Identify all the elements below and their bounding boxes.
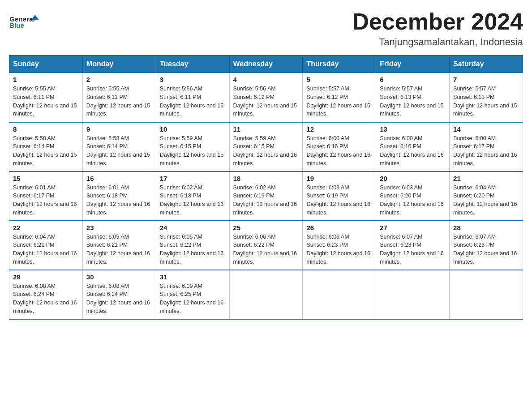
calendar-cell: 26 Sunrise: 6:06 AM Sunset: 6:23 PM Dayl… — [303, 221, 376, 270]
day-header-sunday: Sunday — [9, 56, 83, 73]
svg-text:Blue: Blue — [9, 21, 24, 29]
calendar-cell: 31 Sunrise: 6:09 AM Sunset: 6:25 PM Dayl… — [156, 270, 229, 319]
day-number: 18 — [233, 175, 299, 182]
calendar-cell: 2 Sunrise: 5:55 AM Sunset: 6:11 PM Dayli… — [82, 73, 156, 122]
calendar-cell: 30 Sunrise: 6:08 AM Sunset: 6:24 PM Dayl… — [82, 270, 156, 319]
calendar-cell: 21 Sunrise: 6:04 AM Sunset: 6:20 PM Dayl… — [450, 171, 523, 221]
calendar-cell: 6 Sunrise: 5:57 AM Sunset: 6:13 PM Dayli… — [376, 73, 450, 122]
calendar-cell — [229, 270, 303, 319]
day-info: Sunrise: 6:04 AM Sunset: 6:20 PM Dayligh… — [453, 184, 519, 217]
day-info: Sunrise: 5:56 AM Sunset: 6:11 PM Dayligh… — [160, 85, 226, 118]
week-row-1: 1 Sunrise: 5:55 AM Sunset: 6:11 PM Dayli… — [9, 73, 523, 122]
day-info: Sunrise: 6:08 AM Sunset: 6:24 PM Dayligh… — [13, 282, 79, 316]
day-info: Sunrise: 6:00 AM Sunset: 6:17 PM Dayligh… — [453, 134, 519, 168]
calendar-cell — [376, 270, 450, 319]
day-info: Sunrise: 5:57 AM Sunset: 6:13 PM Dayligh… — [380, 85, 446, 118]
calendar-cell: 27 Sunrise: 6:07 AM Sunset: 6:23 PM Dayl… — [376, 221, 450, 270]
day-info: Sunrise: 6:06 AM Sunset: 6:22 PM Dayligh… — [233, 233, 299, 266]
calendar-cell: 17 Sunrise: 6:02 AM Sunset: 6:18 PM Dayl… — [156, 171, 229, 221]
calendar-cell: 13 Sunrise: 6:00 AM Sunset: 6:16 PM Dayl… — [376, 122, 450, 171]
day-number: 17 — [160, 175, 226, 182]
calendar-cell: 15 Sunrise: 6:01 AM Sunset: 6:17 PM Dayl… — [9, 171, 83, 221]
day-info: Sunrise: 5:57 AM Sunset: 6:13 PM Dayligh… — [453, 85, 519, 118]
calendar-cell: 5 Sunrise: 5:57 AM Sunset: 6:12 PM Dayli… — [303, 73, 376, 122]
calendar-cell: 29 Sunrise: 6:08 AM Sunset: 6:24 PM Dayl… — [9, 270, 83, 319]
calendar-cell: 22 Sunrise: 6:04 AM Sunset: 6:21 PM Dayl… — [9, 221, 83, 270]
day-info: Sunrise: 5:58 AM Sunset: 6:14 PM Dayligh… — [13, 134, 79, 168]
day-number: 1 — [13, 76, 79, 83]
page-header: General Blue December 2024 Tanjungsamala… — [9, 9, 523, 48]
day-info: Sunrise: 5:55 AM Sunset: 6:11 PM Dayligh… — [13, 85, 79, 118]
title-area: December 2024 Tanjungsamalantakan, Indon… — [352, 9, 523, 48]
day-info: Sunrise: 6:03 AM Sunset: 6:20 PM Dayligh… — [380, 184, 446, 217]
calendar-cell: 10 Sunrise: 5:59 AM Sunset: 6:15 PM Dayl… — [156, 122, 229, 171]
day-header-wednesday: Wednesday — [229, 56, 303, 73]
day-info: Sunrise: 6:05 AM Sunset: 6:22 PM Dayligh… — [160, 233, 226, 266]
calendar-cell: 8 Sunrise: 5:58 AM Sunset: 6:14 PM Dayli… — [9, 122, 83, 171]
day-number: 29 — [13, 273, 79, 281]
location-title: Tanjungsamalantakan, Indonesia — [352, 36, 523, 48]
day-info: Sunrise: 6:05 AM Sunset: 6:21 PM Dayligh… — [86, 233, 152, 266]
day-info: Sunrise: 5:56 AM Sunset: 6:12 PM Dayligh… — [233, 85, 299, 118]
day-number: 30 — [86, 273, 152, 281]
day-number: 2 — [86, 76, 152, 83]
day-number: 12 — [306, 125, 372, 133]
day-number: 24 — [160, 224, 226, 231]
day-number: 27 — [380, 224, 446, 231]
calendar-cell: 20 Sunrise: 6:03 AM Sunset: 6:20 PM Dayl… — [376, 171, 450, 221]
calendar-cell: 18 Sunrise: 6:02 AM Sunset: 6:19 PM Dayl… — [229, 171, 303, 221]
day-info: Sunrise: 6:01 AM Sunset: 6:18 PM Dayligh… — [86, 184, 152, 217]
day-header-monday: Monday — [82, 56, 156, 73]
week-row-3: 15 Sunrise: 6:01 AM Sunset: 6:17 PM Dayl… — [9, 171, 523, 221]
day-info: Sunrise: 6:07 AM Sunset: 6:23 PM Dayligh… — [453, 233, 519, 266]
day-info: Sunrise: 6:07 AM Sunset: 6:23 PM Dayligh… — [380, 233, 446, 266]
day-info: Sunrise: 6:01 AM Sunset: 6:17 PM Dayligh… — [13, 184, 79, 217]
day-info: Sunrise: 6:00 AM Sunset: 6:16 PM Dayligh… — [306, 134, 372, 168]
calendar-cell: 1 Sunrise: 5:55 AM Sunset: 6:11 PM Dayli… — [9, 73, 83, 122]
day-number: 5 — [306, 76, 372, 83]
calendar-cell: 28 Sunrise: 6:07 AM Sunset: 6:23 PM Dayl… — [450, 221, 523, 270]
calendar-cell: 24 Sunrise: 6:05 AM Sunset: 6:22 PM Dayl… — [156, 221, 229, 270]
day-info: Sunrise: 5:59 AM Sunset: 6:15 PM Dayligh… — [160, 134, 226, 168]
day-header-row: SundayMondayTuesdayWednesdayThursdayFrid… — [9, 56, 523, 73]
day-number: 15 — [13, 175, 79, 182]
day-number: 3 — [160, 76, 226, 83]
day-header-friday: Friday — [376, 56, 450, 73]
day-number: 8 — [13, 125, 79, 133]
day-info: Sunrise: 6:03 AM Sunset: 6:19 PM Dayligh… — [306, 184, 372, 217]
day-number: 25 — [233, 224, 299, 231]
day-info: Sunrise: 6:00 AM Sunset: 6:16 PM Dayligh… — [380, 134, 446, 168]
calendar-cell: 3 Sunrise: 5:56 AM Sunset: 6:11 PM Dayli… — [156, 73, 229, 122]
week-row-5: 29 Sunrise: 6:08 AM Sunset: 6:24 PM Dayl… — [9, 270, 523, 319]
day-header-tuesday: Tuesday — [156, 56, 229, 73]
day-number: 10 — [160, 125, 226, 133]
day-number: 26 — [306, 224, 372, 231]
day-number: 16 — [86, 175, 152, 182]
day-number: 28 — [453, 224, 519, 231]
day-number: 9 — [86, 125, 152, 133]
day-number: 4 — [233, 76, 299, 83]
day-info: Sunrise: 5:58 AM Sunset: 6:14 PM Dayligh… — [86, 134, 152, 168]
month-title: December 2024 — [352, 9, 523, 34]
calendar-cell — [450, 270, 523, 319]
day-number: 7 — [453, 76, 519, 83]
day-info: Sunrise: 6:02 AM Sunset: 6:18 PM Dayligh… — [160, 184, 226, 217]
day-info: Sunrise: 6:09 AM Sunset: 6:25 PM Dayligh… — [160, 282, 226, 316]
day-number: 19 — [306, 175, 372, 182]
day-number: 22 — [13, 224, 79, 231]
week-row-4: 22 Sunrise: 6:04 AM Sunset: 6:21 PM Dayl… — [9, 221, 523, 270]
week-row-2: 8 Sunrise: 5:58 AM Sunset: 6:14 PM Dayli… — [9, 122, 523, 171]
calendar-cell: 12 Sunrise: 6:00 AM Sunset: 6:16 PM Dayl… — [303, 122, 376, 171]
day-info: Sunrise: 6:06 AM Sunset: 6:23 PM Dayligh… — [306, 233, 372, 266]
calendar-cell — [303, 270, 376, 319]
day-number: 14 — [453, 125, 519, 133]
calendar-table: SundayMondayTuesdayWednesdayThursdayFrid… — [9, 55, 523, 320]
calendar-cell: 23 Sunrise: 6:05 AM Sunset: 6:21 PM Dayl… — [82, 221, 156, 270]
logo: General Blue — [9, 9, 40, 34]
calendar-cell: 19 Sunrise: 6:03 AM Sunset: 6:19 PM Dayl… — [303, 171, 376, 221]
day-header-thursday: Thursday — [303, 56, 376, 73]
calendar-cell: 4 Sunrise: 5:56 AM Sunset: 6:12 PM Dayli… — [229, 73, 303, 122]
day-number: 13 — [380, 125, 446, 133]
day-info: Sunrise: 6:02 AM Sunset: 6:19 PM Dayligh… — [233, 184, 299, 217]
calendar-cell: 11 Sunrise: 5:59 AM Sunset: 6:15 PM Dayl… — [229, 122, 303, 171]
